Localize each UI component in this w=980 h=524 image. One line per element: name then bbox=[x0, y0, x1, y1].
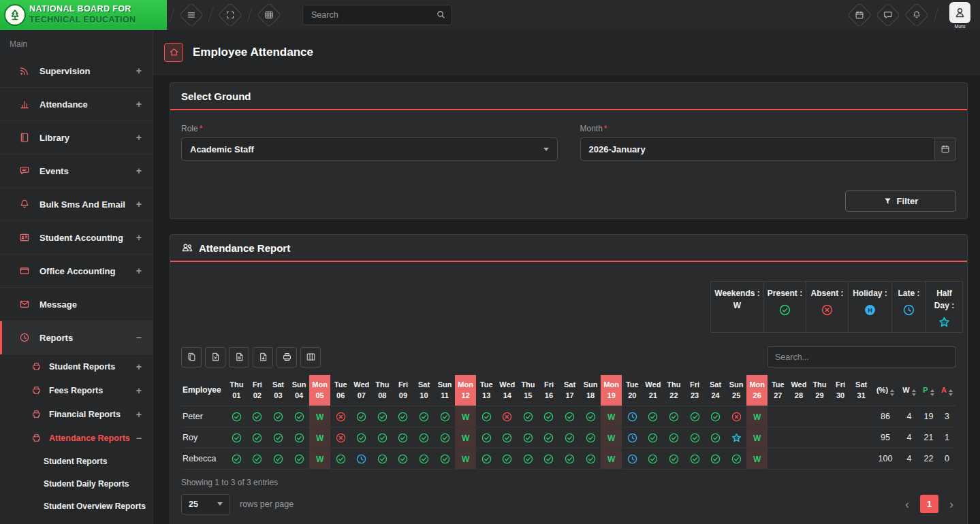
status-cell-day-17 bbox=[559, 406, 580, 427]
rows-per-page-label: rows per page bbox=[240, 500, 294, 509]
employee-name: Roy bbox=[181, 427, 226, 448]
column-header-present[interactable]: P bbox=[919, 375, 938, 406]
csv-export-button[interactable] bbox=[229, 347, 249, 367]
present-icon bbox=[523, 454, 533, 464]
calendar-button[interactable] bbox=[847, 3, 872, 28]
attendance-row-peter: PeterWWWW864193 bbox=[181, 406, 956, 427]
rows-per-page-value: 25 bbox=[189, 500, 198, 509]
menu-toggle-button[interactable] bbox=[179, 3, 204, 28]
copy-icon bbox=[187, 352, 197, 362]
column-visibility-button[interactable] bbox=[300, 347, 321, 367]
role-select[interactable]: Academic Staff bbox=[181, 137, 558, 161]
home-button[interactable] bbox=[164, 43, 183, 62]
column-header-day-27: Tue27 bbox=[768, 375, 789, 406]
pagination-page-1[interactable]: 1 bbox=[920, 495, 938, 513]
sidebar-item-supervision[interactable]: Supervision+ bbox=[0, 54, 153, 88]
pagination-next[interactable]: › bbox=[947, 498, 956, 510]
page-header: Employee Attendance bbox=[153, 30, 980, 75]
column-header-absent[interactable]: A bbox=[938, 375, 956, 406]
calendar-picker-button[interactable] bbox=[935, 137, 956, 161]
present-icon bbox=[481, 433, 492, 443]
apps-grid-button[interactable] bbox=[257, 3, 282, 28]
status-cell-day-25 bbox=[726, 427, 747, 448]
fullscreen-button[interactable] bbox=[218, 3, 243, 28]
sidebar-item-events[interactable]: Events+ bbox=[0, 154, 153, 188]
print-button[interactable] bbox=[276, 347, 297, 367]
column-header-percent[interactable]: (%) bbox=[872, 375, 899, 406]
status-cell-day-04 bbox=[289, 427, 310, 448]
column-header-weekends[interactable]: W bbox=[899, 375, 919, 406]
expand-toggle: − bbox=[136, 332, 142, 343]
present-icon bbox=[565, 433, 575, 443]
status-cell-day-02 bbox=[247, 448, 268, 469]
attendance-row-roy: RoyWWWW954211 bbox=[181, 427, 956, 448]
rows-per-page-select[interactable]: 25 bbox=[181, 494, 230, 514]
status-cell-day-10 bbox=[413, 448, 434, 469]
present-icon bbox=[294, 454, 304, 464]
column-header-day-16: Fri16 bbox=[539, 375, 560, 406]
sidebar-item-student-overview-reports[interactable]: Student Overview Reports bbox=[0, 495, 153, 517]
brand-logo[interactable]: NATIONAL BOARD FOR TECHNICAL EDUCATION bbox=[0, 0, 167, 30]
sidebar-item-student-daily-reports[interactable]: Student Daily Reports bbox=[0, 472, 153, 495]
sidebar-item-attendance[interactable]: Attendance+ bbox=[0, 88, 153, 121]
sidebar-item-attendance-reports[interactable]: Attendance Reports− bbox=[0, 426, 153, 450]
weekend-mark: W bbox=[462, 433, 469, 443]
column-header-day-26: Mon26 bbox=[746, 375, 768, 406]
status-cell-day-12: W bbox=[455, 448, 476, 469]
column-header-day-09: Fri09 bbox=[393, 375, 414, 406]
sidebar-item-financial-reports[interactable]: Financial Reports+ bbox=[0, 402, 153, 426]
filter-button-label: Filter bbox=[897, 196, 919, 206]
weekend-mark: W bbox=[607, 455, 615, 464]
status-cell-day-01 bbox=[226, 427, 247, 448]
sidebar-item-student-reports[interactable]: Student Reports bbox=[0, 450, 153, 472]
status-cell-day-30 bbox=[830, 448, 851, 469]
expand-toggle: + bbox=[136, 232, 142, 243]
notifications-button[interactable] bbox=[904, 3, 930, 28]
navbar-right-group: Muru bbox=[845, 2, 980, 29]
weekend-mark: W bbox=[753, 455, 761, 464]
present-icon bbox=[232, 433, 242, 443]
pdf-export-button[interactable] bbox=[253, 347, 273, 367]
global-search-input[interactable] bbox=[302, 5, 452, 25]
sidebar-item-message[interactable]: Message bbox=[0, 288, 153, 321]
sidebar-item-library[interactable]: Library+ bbox=[0, 121, 153, 154]
month-input[interactable]: 2026-January bbox=[580, 137, 936, 161]
bell-icon bbox=[19, 199, 30, 210]
present-icon bbox=[543, 433, 554, 443]
messages-button[interactable] bbox=[876, 3, 901, 28]
status-cell-day-22 bbox=[663, 406, 684, 427]
late-icon bbox=[627, 454, 637, 464]
sidebar-item-bulk-sms-and-email[interactable]: Bulk Sms And Email+ bbox=[0, 188, 153, 221]
status-cell-day-02 bbox=[247, 427, 268, 448]
pagination-prev[interactable]: ‹ bbox=[902, 498, 912, 510]
table-search-input[interactable] bbox=[768, 346, 956, 367]
status-cell-day-09 bbox=[393, 406, 414, 427]
sort-icon bbox=[890, 389, 894, 396]
status-cell-day-31 bbox=[851, 448, 872, 469]
status-cell-day-11 bbox=[434, 427, 456, 448]
svg-text:H: H bbox=[868, 307, 872, 314]
column-header-day-31: Sat31 bbox=[851, 375, 872, 406]
sidebar-item-reports[interactable]: Reports− bbox=[0, 321, 153, 355]
present-icon bbox=[523, 433, 533, 443]
legend-late: Late : bbox=[892, 282, 926, 332]
status-cell-day-06 bbox=[330, 427, 351, 448]
status-cell-day-01 bbox=[226, 448, 247, 469]
present-icon bbox=[481, 412, 492, 422]
copy-button[interactable] bbox=[181, 347, 202, 367]
sidebar-item-student-accounting[interactable]: Student Accounting+ bbox=[0, 221, 153, 255]
required-mark: * bbox=[200, 124, 203, 133]
sidebar-item-fees-reports[interactable]: Fees Reports+ bbox=[0, 378, 153, 402]
select-ground-title: Select Ground bbox=[181, 91, 251, 102]
month-label: Month* bbox=[580, 124, 957, 133]
status-cell-day-26: W bbox=[746, 427, 768, 448]
search-icon[interactable] bbox=[436, 10, 446, 20]
excel-export-button[interactable] bbox=[205, 347, 225, 367]
filter-button[interactable]: Filter bbox=[845, 191, 956, 212]
status-cell-day-30 bbox=[830, 427, 851, 448]
sidebar-item-student-reports[interactable]: Student Reports+ bbox=[0, 355, 153, 378]
user-avatar-button[interactable]: Muru bbox=[949, 2, 970, 29]
sidebar-item-office-accounting[interactable]: Office Accounting+ bbox=[0, 255, 153, 288]
present-icon bbox=[669, 454, 679, 464]
status-cell-day-10 bbox=[413, 427, 434, 448]
